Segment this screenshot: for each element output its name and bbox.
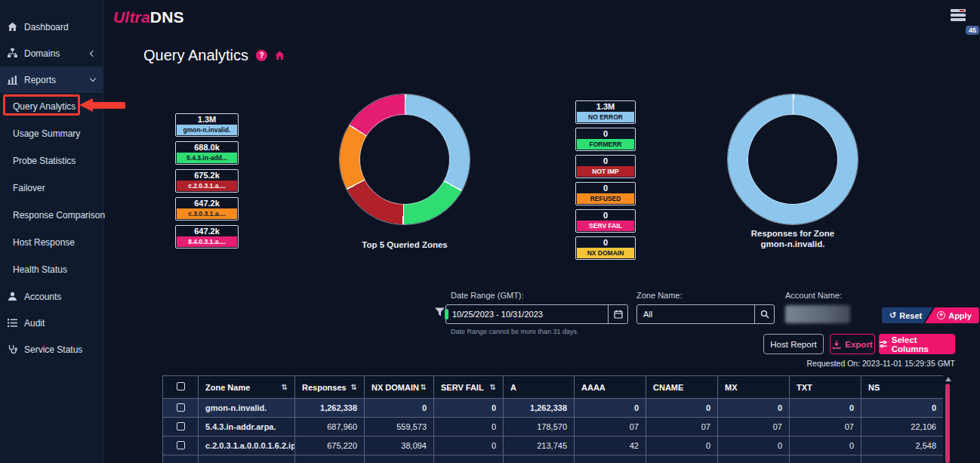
sidebar-item-response-comparison[interactable]: Response Comparison bbox=[0, 202, 103, 229]
stethoscope-icon bbox=[8, 344, 17, 354]
reset-label: Reset bbox=[899, 311, 922, 320]
cell bbox=[365, 455, 434, 463]
table-row[interactable]: 5.4.3.in-addr.arpa. 687,960 559,573 0 17… bbox=[163, 418, 944, 437]
sitemap-icon bbox=[8, 48, 17, 58]
help-icon[interactable]: ? bbox=[256, 50, 267, 61]
zone-legend-item: 1.3M gmon-n.invalid. bbox=[175, 113, 239, 137]
sidebar-item-dashboard[interactable]: Dashboard bbox=[0, 14, 103, 40]
export-button[interactable]: Export bbox=[830, 334, 875, 354]
server-icon-bar bbox=[951, 18, 966, 21]
account-name-label: Account Name: bbox=[785, 291, 842, 300]
rcode-label: REFUSED bbox=[577, 193, 634, 204]
cell-aaaa: 07 bbox=[575, 418, 646, 437]
user-icon bbox=[8, 292, 17, 301]
cell-serv-fail: 0 bbox=[434, 418, 504, 437]
rcode-value: 0 bbox=[576, 156, 635, 166]
sort-icon[interactable]: ⇅ bbox=[490, 383, 496, 391]
sidebar-item-probe-statistics[interactable]: Probe Statistics bbox=[0, 147, 103, 174]
date-range-input[interactable] bbox=[446, 305, 608, 323]
column-header-txt[interactable]: TXT bbox=[790, 376, 861, 399]
sidebar-item-health-status[interactable]: Health Status bbox=[0, 256, 103, 283]
sort-icon[interactable]: ⇅ bbox=[282, 383, 288, 391]
column-header-a[interactable]: A bbox=[504, 376, 575, 399]
column-label: CNAME bbox=[653, 383, 683, 392]
column-header-zone-name[interactable]: Zone Name⇅ bbox=[199, 376, 295, 399]
sidebar-item-reports[interactable]: Reports bbox=[0, 66, 103, 93]
cell-zone-name: gmon-n.invalid. bbox=[199, 399, 295, 418]
column-header-aaaa[interactable]: AAAA bbox=[575, 376, 646, 399]
column-header-responses[interactable]: Responses⇅ bbox=[295, 376, 365, 399]
zone-legend-value: 1.3M bbox=[176, 114, 238, 125]
column-header-ns[interactable]: NS bbox=[861, 376, 944, 399]
table-scroll-up-icon[interactable] bbox=[945, 377, 951, 381]
rcode-legend-item: 0 NOT IMP bbox=[575, 155, 636, 178]
column-label: NS bbox=[868, 383, 880, 392]
host-report-button[interactable]: Host Report bbox=[763, 334, 824, 354]
column-header-nx-domain[interactable]: NX DOMAIN⇅ bbox=[365, 376, 434, 399]
date-range-label: Date Range (GMT): bbox=[451, 291, 524, 300]
zone-responses-chart-title-line2: gmon-n.invalid. bbox=[717, 239, 868, 248]
cell-a: 178,570 bbox=[504, 418, 575, 437]
sidebar-item-failover[interactable]: Failover bbox=[0, 174, 103, 202]
apply-button[interactable]: + Apply bbox=[925, 307, 979, 323]
row-checkbox[interactable] bbox=[177, 441, 185, 449]
sidebar-item-audit[interactable]: Audit bbox=[0, 310, 103, 336]
rcode-legend-item: 0 REFUSED bbox=[575, 182, 636, 205]
sidebar-item-service-status[interactable]: Service Status bbox=[0, 336, 103, 363]
reset-button[interactable]: ↺ Reset bbox=[882, 307, 932, 323]
select-columns-button[interactable]: Select Columns bbox=[879, 334, 955, 354]
sort-icon[interactable]: ⇅ bbox=[351, 383, 357, 391]
home-breadcrumb-icon[interactable] bbox=[275, 51, 285, 60]
zone-legend-value: 688.0k bbox=[176, 142, 238, 153]
column-header-serv-fail[interactable]: SERV FAIL⇅ bbox=[434, 376, 504, 399]
column-label: Responses bbox=[302, 383, 347, 392]
table-row[interactable]: c.2.0.3.1.a.0.0.0.1.6.2.ip6.arpa. 675,22… bbox=[163, 437, 944, 455]
row-select-cell bbox=[163, 437, 199, 455]
column-header-cname[interactable]: CNAME bbox=[646, 376, 718, 399]
table-row-partial[interactable] bbox=[163, 455, 944, 463]
row-checkbox[interactable] bbox=[177, 422, 185, 431]
sidebar-item-label: Reports bbox=[24, 75, 56, 85]
logo-ultra-text: Ultra bbox=[113, 8, 150, 26]
zone-legend-value: 675.2k bbox=[176, 170, 238, 181]
table-row[interactable]: gmon-n.invalid. 1,262,338 0 0 1,262,338 … bbox=[163, 399, 944, 418]
zone-legend-value: 647.2k bbox=[176, 226, 238, 236]
server-count-badge: 45 bbox=[966, 26, 979, 35]
rcode-label: SERV FAIL bbox=[577, 221, 634, 231]
calendar-button[interactable] bbox=[608, 305, 627, 323]
sort-icon[interactable]: ⇅ bbox=[421, 383, 427, 391]
list-icon bbox=[8, 318, 17, 328]
row-select-cell bbox=[163, 399, 199, 418]
rcode-value: 1.3M bbox=[576, 101, 635, 112]
server-icon bbox=[951, 9, 966, 12]
cell-responses: 1,262,338 bbox=[295, 399, 365, 418]
zone-search-button[interactable] bbox=[754, 305, 774, 323]
column-label: A bbox=[510, 383, 516, 392]
sidebar-item-domains[interactable]: Domains bbox=[0, 40, 103, 66]
zone-legend-label: 5.4.3.in-add... bbox=[177, 153, 237, 163]
sidebar-item-usage-summary[interactable]: Usage Summary bbox=[0, 120, 103, 147]
rcode-value: 0 bbox=[576, 210, 635, 221]
sidebar-item-accounts[interactable]: Accounts bbox=[0, 283, 103, 310]
reset-icon: ↺ bbox=[889, 311, 896, 319]
row-checkbox[interactable] bbox=[177, 403, 185, 412]
cell-aaaa: 42 bbox=[575, 437, 646, 455]
cell bbox=[646, 455, 718, 463]
column-label: SERV FAIL bbox=[441, 383, 484, 392]
column-label: TXT bbox=[797, 383, 812, 392]
donut-hole bbox=[748, 115, 837, 204]
sidebar-item-host-response[interactable]: Host Response bbox=[0, 229, 103, 256]
cell-nx-domain: 559,573 bbox=[365, 418, 434, 437]
cell-ns: 2,548 bbox=[861, 437, 944, 455]
zone-name-label: Zone Name: bbox=[636, 291, 683, 300]
column-header-mx[interactable]: MX bbox=[718, 376, 790, 399]
select-all-checkbox[interactable] bbox=[177, 382, 185, 390]
reset-apply-group: ↺ Reset + Apply bbox=[882, 307, 979, 323]
table-scrollbar[interactable] bbox=[945, 384, 950, 463]
cell-aaaa: 0 bbox=[575, 399, 646, 418]
cell-txt: 0 bbox=[790, 399, 861, 418]
account-name-value-redacted[interactable] bbox=[785, 305, 850, 323]
search-icon bbox=[760, 310, 769, 319]
zone-name-input[interactable] bbox=[637, 305, 754, 323]
server-status-button[interactable]: 45 bbox=[951, 9, 973, 30]
